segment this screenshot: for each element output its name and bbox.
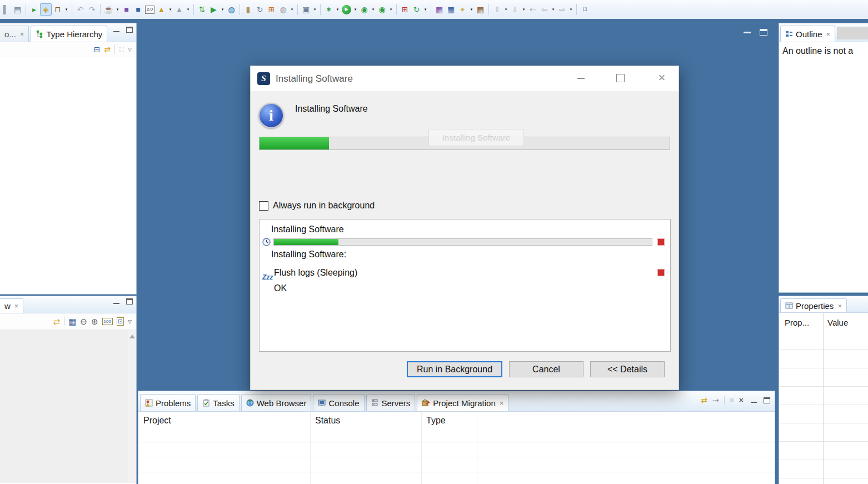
panel-maximize-icon[interactable] <box>126 27 133 33</box>
fit-to-window-icon[interactable]: ⊡ <box>117 317 124 326</box>
view-menu-icon[interactable]: ▽ <box>128 319 132 325</box>
debug-dropdown-icon[interactable]: ▾ <box>335 3 341 16</box>
image-icon[interactable]: ▦ <box>68 317 76 327</box>
tab-type-hierarchy[interactable]: Type Hierarchy <box>31 26 107 42</box>
deploy-package-icon[interactable]: ▶ <box>208 3 220 16</box>
build-dropdown-icon[interactable]: ▾ <box>63 3 69 16</box>
view-menu-icon[interactable]: ▽ <box>128 47 132 52</box>
dialog-minimize-icon[interactable] <box>577 78 585 79</box>
open-type-icon[interactable]: ▦ <box>433 3 445 16</box>
table-row[interactable] <box>138 442 775 457</box>
panel-minimize-icon[interactable] <box>751 398 757 403</box>
new-test-icon[interactable]: ▲ <box>156 3 167 16</box>
properties-row[interactable] <box>779 442 868 460</box>
tab-web-browser[interactable]: Web Browser <box>241 394 312 411</box>
scroll-up-icon[interactable] <box>129 335 135 338</box>
col-project[interactable]: Project <box>138 412 310 442</box>
run-history-icon[interactable]: ◉ <box>358 3 370 16</box>
cancel-button[interactable]: Cancel <box>509 361 583 377</box>
tab-tasks[interactable]: Tasks <box>197 394 239 411</box>
undo-icon[interactable]: ↶ <box>74 3 86 16</box>
zoom-100-icon[interactable]: 100 <box>102 318 113 325</box>
panel-maximize-icon[interactable] <box>764 397 770 403</box>
properties-col-property[interactable]: Prop... <box>779 318 823 327</box>
col-type[interactable]: Type <box>421 412 477 442</box>
screen-capture-dropdown-icon[interactable]: ▾ <box>312 3 318 16</box>
zoom-in-icon[interactable]: ⊕ <box>91 317 98 327</box>
properties-row[interactable] <box>779 387 868 405</box>
refresh-icon[interactable]: ↻ <box>411 3 422 16</box>
tab-project-migration[interactable]: Project Migration × <box>417 394 508 411</box>
export-doc-icon[interactable]: ↻ <box>254 3 266 16</box>
redo-icon[interactable]: ↷ <box>86 3 98 16</box>
table-row[interactable] <box>138 457 775 472</box>
dialog-maximize-icon[interactable] <box>616 74 625 82</box>
search-dropdown-icon[interactable]: ▾ <box>468 3 475 16</box>
new-test-dropdown-icon[interactable]: ▾ <box>167 3 173 16</box>
zoom-out-icon[interactable]: ⊖ <box>80 317 87 327</box>
close-icon[interactable]: × <box>826 30 831 38</box>
profile-dropdown-icon[interactable]: ▾ <box>388 3 394 16</box>
properties-row[interactable] <box>779 423 868 442</box>
deploy-dropdown-icon[interactable]: ▾ <box>220 3 226 16</box>
table-row[interactable] <box>138 472 775 484</box>
run-dropdown-icon[interactable]: ▾ <box>352 3 358 16</box>
col-status[interactable]: Status <box>310 412 421 442</box>
stop-task-button[interactable] <box>657 238 665 246</box>
properties-row[interactable] <box>779 460 868 478</box>
sync-icon[interactable]: ⇄ <box>701 396 707 405</box>
stop-sleep-task-button[interactable] <box>657 269 665 276</box>
new-wizard-icon[interactable]: ☕ <box>103 3 114 16</box>
dialog-titlebar[interactable]: S Installing Software × <box>251 66 679 91</box>
tower-icon[interactable]: ▮ <box>242 3 254 16</box>
back-dropdown-icon[interactable]: ▾ <box>550 3 556 16</box>
web-service-icon[interactable]: ◍ <box>277 3 289 16</box>
properties-row[interactable] <box>779 350 868 368</box>
clear-icon[interactable]: × <box>730 396 734 405</box>
build-hammer-icon[interactable]: ⊓ <box>52 3 63 16</box>
collapse-all-icon[interactable]: ⊟ <box>94 45 101 54</box>
dialog-close-icon[interactable]: × <box>655 71 669 85</box>
annotation-next-icon[interactable]: ⇧ <box>491 3 503 16</box>
print-icon[interactable]: ▤ <box>12 3 23 16</box>
tab-properties[interactable]: Properties × <box>780 298 847 312</box>
always-run-checkbox[interactable] <box>259 201 268 211</box>
new-suite-icon[interactable]: ▲ <box>173 3 185 16</box>
pin-editor-icon[interactable]: ⌑ <box>579 3 591 16</box>
coverage-icon[interactable]: ⊞ <box>399 3 411 16</box>
panel-maximize-icon[interactable] <box>126 298 133 305</box>
last-edit-location-icon[interactable]: ⇠ <box>527 3 538 16</box>
forward-icon[interactable]: ⇨ <box>556 3 568 16</box>
debug-bug-icon[interactable]: ✶ <box>323 3 335 16</box>
debug-device-icon[interactable]: ◈ <box>40 3 52 16</box>
new-suite-dropdown-icon[interactable]: ▾ <box>185 3 191 16</box>
close-icon[interactable]: × <box>500 399 504 407</box>
search-torch-icon[interactable]: ⌖ <box>457 3 468 16</box>
editor-maximize-icon[interactable] <box>760 29 767 36</box>
forward-dropdown-icon[interactable]: ▾ <box>568 3 574 16</box>
run-history-dropdown-icon[interactable]: ▾ <box>370 3 376 16</box>
new-table-icon[interactable]: ⊞ <box>266 3 277 16</box>
properties-col-value[interactable]: Value <box>823 318 848 327</box>
profile-icon[interactable]: ◉ <box>376 3 388 16</box>
back-icon[interactable]: ⇦ <box>538 3 550 16</box>
new-project-purple-icon[interactable]: ■ <box>121 3 132 16</box>
tab-console[interactable]: Console <box>313 394 364 411</box>
properties-row[interactable] <box>779 368 868 387</box>
tab-outline[interactable]: Outline × <box>780 26 835 42</box>
open-task-icon[interactable]: ▦ <box>475 3 486 16</box>
run-device-icon[interactable]: ▸ <box>28 3 40 16</box>
clear-all-icon[interactable]: × <box>739 396 744 405</box>
sync-packages-icon[interactable]: ⇅ <box>196 3 208 16</box>
run-in-background-button[interactable]: Run in Background <box>407 361 502 377</box>
panel-minimize-icon[interactable] <box>113 27 119 32</box>
browser-globe-icon[interactable]: ◍ <box>226 3 237 16</box>
tab-partial[interactable]: o... × <box>0 26 29 42</box>
vertical-scrollbar[interactable] <box>127 330 136 483</box>
link-icon[interactable]: ⇢ <box>712 396 719 405</box>
open-resource-icon[interactable]: ▦ <box>445 3 457 16</box>
java-version-badge-icon[interactable]: 2.0 <box>144 3 156 16</box>
details-toggle-button[interactable]: << Details <box>590 361 665 377</box>
swap-icon[interactable]: ⇄ <box>104 45 111 54</box>
annotation-prev-dropdown-icon[interactable]: ▾ <box>521 3 527 16</box>
